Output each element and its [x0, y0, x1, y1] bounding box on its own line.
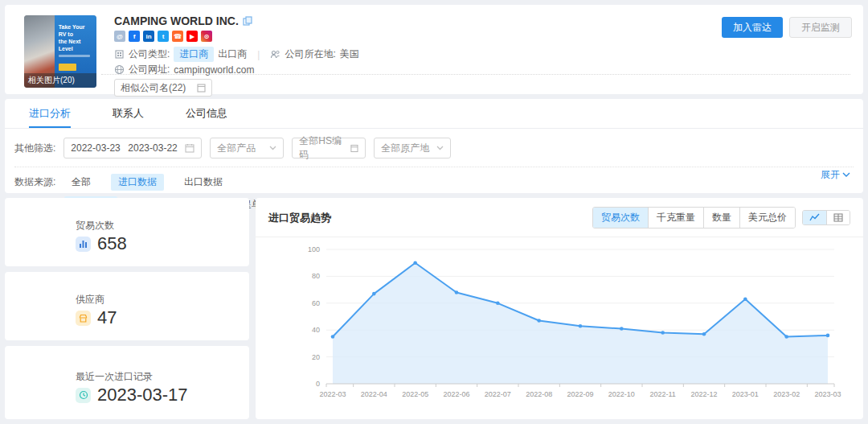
- svg-text:2022-07: 2022-07: [485, 390, 511, 398]
- company-name-row: CAMPING WORLD INC.: [114, 14, 252, 27]
- stat-value-row: 2023-03-17: [76, 385, 188, 405]
- similar-company-label: 相似公司名(22): [121, 81, 186, 95]
- line-chart-view-icon[interactable]: [803, 211, 826, 224]
- svg-text:2022-09: 2022-09: [567, 390, 593, 398]
- shop-icon: [76, 311, 91, 326]
- divider: [256, 237, 863, 237]
- youtube-icon[interactable]: ▶: [186, 31, 198, 42]
- instagram-icon[interactable]: ⊙: [201, 31, 212, 42]
- window-icon: [350, 144, 358, 153]
- chevron-down-icon: [269, 146, 276, 150]
- expand-label: 展开: [821, 168, 840, 182]
- copy-icon[interactable]: [243, 16, 252, 26]
- svg-text:2022-04: 2022-04: [361, 390, 387, 398]
- thumbnail-subline: [59, 55, 90, 57]
- tab-contacts[interactable]: 联系人: [113, 99, 144, 128]
- product-select-value: 全部产品: [217, 142, 256, 155]
- people-icon: [270, 49, 280, 60]
- hs-code-value: 全部HS编码: [299, 134, 346, 162]
- company-type-label: 公司类型:: [129, 47, 170, 61]
- similar-company-select[interactable]: 相似公司名(22): [114, 79, 212, 97]
- linkedin-icon[interactable]: in: [143, 31, 154, 42]
- social-icons-row: @ f in t ☎ ▶ ⊙: [114, 31, 212, 42]
- chart-header: 进口贸易趋势 贸易次数 千克重量 数量 美元总价: [256, 198, 863, 228]
- svg-text:2022-12: 2022-12: [690, 390, 717, 398]
- add-radar-button[interactable]: 加入雷达: [722, 17, 783, 38]
- date-end: 2023-03-22: [128, 142, 177, 154]
- company-name: CAMPING WORLD INC.: [114, 14, 239, 27]
- bar-chart-icon: [76, 237, 91, 252]
- type-tag-exporter[interactable]: 出口商: [218, 47, 247, 61]
- location-value: 美国: [340, 47, 359, 61]
- chevron-down-icon: [842, 172, 850, 178]
- type-tag-importer[interactable]: 进口商: [174, 47, 214, 62]
- svg-text:20: 20: [312, 353, 320, 361]
- website-icon[interactable]: @: [114, 31, 125, 42]
- thumbnail-cta: [59, 64, 76, 71]
- company-thumbnail[interactable]: Take Your RV to the Next Level 相关图片(20): [24, 15, 96, 88]
- svg-text:2022-03: 2022-03: [319, 390, 346, 398]
- data-source-label: 数据来源:: [14, 175, 64, 189]
- location-label: 公司所在地:: [285, 47, 335, 61]
- expand-link[interactable]: 展开: [821, 168, 850, 182]
- tab-import-analysis[interactable]: 进口分析: [29, 99, 71, 128]
- facebook-icon[interactable]: f: [129, 31, 140, 42]
- thumbnail-text: the Next Level: [59, 38, 93, 52]
- thumbnail-text: Take Your RV to: [59, 23, 93, 38]
- twitter-icon[interactable]: t: [158, 31, 169, 42]
- stat-value-row: 658: [76, 233, 127, 254]
- source-export-data[interactable]: 出口数据: [177, 174, 230, 191]
- analysis-panel-card: 进口分析 联系人 公司信息 其他筛选: 2022-03-23 2023-03-2…: [5, 99, 863, 193]
- company-header-card: Take Your RV to the Next Level 相关图片(20) …: [5, 5, 863, 94]
- origin-select-value: 全部原产地: [381, 142, 429, 155]
- svg-text:2022-06: 2022-06: [443, 390, 469, 398]
- svg-text:2023-02: 2023-02: [773, 390, 800, 398]
- svg-text:40: 40: [312, 326, 320, 334]
- other-filter-label: 其他筛选:: [14, 142, 55, 155]
- phone-icon[interactable]: ☎: [172, 31, 183, 42]
- chevron-down-icon: [436, 146, 444, 150]
- chart-title: 进口贸易趋势: [268, 211, 331, 225]
- source-all[interactable]: 全部: [64, 174, 98, 191]
- stat-value-row: 47: [76, 307, 117, 328]
- stat-label: 贸易次数: [76, 219, 114, 233]
- svg-text:2023-03: 2023-03: [814, 390, 841, 398]
- hs-code-select[interactable]: 全部HS编码: [292, 138, 366, 158]
- metric-quantity[interactable]: 数量: [703, 208, 739, 228]
- data-source-row-1: 数据来源: 全部 进口数据 出口数据: [14, 174, 863, 191]
- svg-text:0: 0: [316, 380, 320, 388]
- stat-value: 658: [97, 233, 127, 254]
- trend-chart-card: 进口贸易趋势 贸易次数 千克重量 数量 美元总价: [256, 198, 863, 419]
- date-range-picker[interactable]: 2022-03-23 2023-03-22: [63, 138, 202, 158]
- company-type-row: 公司类型: 进口商 出口商 | 公司所在地: 美国: [114, 47, 359, 62]
- svg-text:2022-10: 2022-10: [608, 390, 635, 398]
- stat-card-suppliers: 供应商 47: [5, 272, 249, 340]
- table-view-icon[interactable]: [826, 211, 850, 224]
- svg-text:2023-01: 2023-01: [732, 390, 759, 398]
- svg-text:2022-05: 2022-05: [402, 390, 428, 398]
- stat-value: 2023-03-17: [97, 385, 188, 405]
- svg-text:2022-08: 2022-08: [526, 390, 552, 398]
- window-icon: [197, 84, 206, 93]
- svg-text:100: 100: [308, 245, 320, 253]
- stat-card-last-import: 最近一次进口记录 2023-03-17: [5, 346, 249, 419]
- source-import-data[interactable]: 进口数据: [111, 174, 164, 191]
- svg-text:60: 60: [312, 299, 320, 307]
- tab-company-info[interactable]: 公司信息: [186, 99, 227, 128]
- filter-row: 其他筛选: 2022-03-23 2023-03-22 全部产品 全部HS编码: [5, 129, 863, 158]
- monitor-button[interactable]: 开启监测: [789, 17, 852, 38]
- product-select[interactable]: 全部产品: [210, 138, 284, 158]
- metric-usd-total[interactable]: 美元总价: [739, 208, 795, 228]
- stat-label: 供应商: [76, 293, 104, 307]
- metric-trade-count[interactable]: 贸易次数: [593, 208, 648, 228]
- date-start: 2022-03-23: [71, 142, 120, 154]
- origin-select[interactable]: 全部原产地: [374, 138, 451, 158]
- building-icon: [114, 49, 125, 60]
- svg-text:80: 80: [312, 272, 320, 280]
- related-images-label[interactable]: 相关图片(20): [24, 73, 96, 88]
- trend-chart-svg[interactable]: 0204060801002022-032022-042022-052022-06…: [268, 238, 850, 411]
- stat-label: 最近一次进口记录: [76, 370, 153, 384]
- metric-kg-weight[interactable]: 千克重量: [648, 208, 703, 228]
- svg-text:2022-11: 2022-11: [649, 390, 675, 398]
- chart-controls: 贸易次数 千克重量 数量 美元总价: [592, 207, 850, 228]
